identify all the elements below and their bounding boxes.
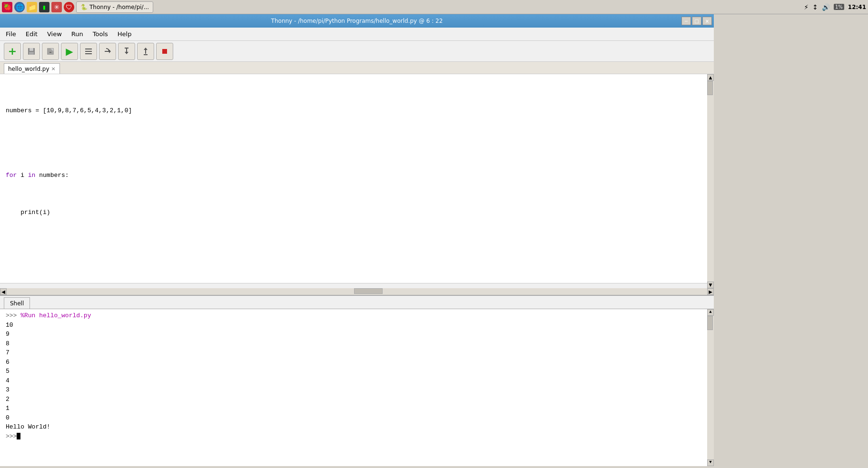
editor-wrapper: hello_world.py × numbers = [10,9,8,7,6,5…: [0, 62, 714, 295]
taskbar-right: ⚡ ↕ 🔊 1% 12:41: [804, 3, 866, 11]
file-tab[interactable]: hello_world.py ×: [4, 63, 60, 74]
network-icon[interactable]: ↕: [812, 3, 818, 11]
code-indent: [6, 209, 20, 216]
shell-input-line[interactable]: >>>: [6, 432, 704, 441]
run-button[interactable]: ▶: [61, 43, 78, 60]
editor-hscrollbar[interactable]: ◀ ▶: [0, 288, 714, 295]
shell-out-7: 7: [6, 348, 704, 358]
shell-out-4: 4: [6, 376, 704, 386]
shell-vscroll-track[interactable]: [707, 316, 714, 459]
tab-label: hello_world.py: [8, 66, 49, 72]
shell-tab-label: Shell: [10, 300, 24, 307]
shell-inner: Shell >>> %Run hello_world.py 10 9 8 7 6…: [0, 296, 714, 466]
close-button[interactable]: ×: [702, 17, 712, 25]
svg-rect-2: [29, 52, 34, 55]
window-controls: − □ ×: [681, 17, 712, 25]
keyword-in: in: [28, 172, 36, 179]
volume-icon[interactable]: 🔊: [822, 3, 830, 11]
shell-out-1: 1: [6, 404, 704, 413]
svg-marker-11: [125, 52, 128, 54]
editor-tab-bar: hello_world.py ×: [0, 62, 714, 74]
menu-bar: File Edit View Run Tools Help: [0, 28, 714, 41]
files-icon[interactable]: 📁: [27, 2, 37, 12]
content-area: hello_world.py × numbers = [10,9,8,7,6,5…: [0, 62, 714, 466]
shell-prompt-symbol-1: >>>: [6, 312, 20, 319]
vscroll-thumb[interactable]: [707, 81, 713, 95]
shell-run-command: %Run hello_world.py: [20, 312, 91, 319]
menu-tools[interactable]: Tools: [91, 29, 110, 39]
code-editor[interactable]: numbers = [10,9,8,7,6,5,4,3,2,1,0] for i…: [0, 74, 714, 283]
shell-prompt-symbol-2: >>>: [6, 432, 17, 441]
keyword-for: for: [6, 172, 17, 179]
editor-inner[interactable]: numbers = [10,9,8,7,6,5,4,3,2,1,0] for i…: [0, 74, 714, 288]
code-line-5: [6, 245, 704, 254]
hscroll-right-button[interactable]: ▶: [707, 288, 714, 295]
shell-out-8: 8: [6, 339, 704, 349]
editor-vscrollbar[interactable]: ▲ ▼: [707, 74, 714, 288]
shell-vscrollbar[interactable]: ▲ ▼: [707, 309, 714, 466]
window-taskbar-label: Thonny - /home/pi/...: [89, 4, 149, 10]
shell-wrapper: Shell >>> %Run hello_world.py 10 9 8 7 6…: [0, 295, 714, 466]
menu-edit[interactable]: Edit: [24, 29, 39, 39]
shell-vscroll-up-button[interactable]: ▲: [707, 309, 714, 316]
shell-out-2: 2: [6, 395, 704, 404]
debug-button[interactable]: [80, 43, 97, 60]
browser-icon[interactable]: 🌐: [14, 2, 25, 12]
taskbar: 🍓 🌐 📁 ▮ ✳ 🛡 🐍 Thonny - /home/pi/... ⚡ ↕ …: [0, 0, 868, 14]
svg-rect-1: [30, 48, 33, 51]
vscroll-up-button[interactable]: ▲: [707, 74, 714, 81]
maximize-button[interactable]: □: [692, 17, 701, 25]
raspberry-icon[interactable]: 🍓: [2, 2, 12, 12]
step-over-button[interactable]: [99, 43, 116, 60]
code-for-rest: i: [17, 172, 28, 179]
vscroll-track[interactable]: [707, 81, 714, 282]
title-bar: Thonny - /home/pi/Python Programs/hello_…: [0, 14, 714, 28]
code-line-1: numbers = [10,9,8,7,6,5,4,3,2,1,0]: [6, 106, 704, 116]
menu-help[interactable]: Help: [116, 29, 134, 39]
code-line-3: for i in numbers:: [6, 171, 704, 180]
save-as-button[interactable]: [42, 43, 59, 60]
thonny-icon: 🐍: [80, 4, 88, 10]
hscroll-left-button[interactable]: ◀: [0, 288, 7, 295]
svg-rect-7: [85, 51, 92, 52]
shell-out-9: 9: [6, 330, 704, 339]
window-taskbar-button[interactable]: 🐍 Thonny - /home/pi/...: [76, 1, 153, 13]
new-button[interactable]: +: [4, 43, 21, 60]
code-line-2: [6, 134, 704, 143]
hscroll-track[interactable]: [7, 288, 707, 295]
menu-run[interactable]: Run: [69, 29, 85, 39]
code-print-close: ): [80, 283, 84, 283]
shell-out-5: 5: [6, 367, 704, 376]
window-title: Thonny - /home/pi/Python Programs/hello_…: [271, 18, 443, 24]
tab-close-button[interactable]: ×: [51, 66, 56, 72]
menu-view[interactable]: View: [45, 29, 64, 39]
svg-marker-14: [144, 48, 148, 50]
shell-cursor: [17, 433, 20, 439]
toolbar: + ▶ ⏹: [0, 41, 714, 62]
menu-file[interactable]: File: [4, 29, 18, 39]
code-print-i: print(i): [20, 209, 50, 216]
svg-rect-8: [85, 53, 92, 54]
antivirus-icon[interactable]: 🛡: [64, 2, 74, 12]
shell-out-0: 0: [6, 413, 704, 423]
save-button[interactable]: [23, 43, 40, 60]
minimize-button[interactable]: −: [681, 17, 691, 25]
battery-indicator: 1%: [834, 4, 844, 10]
step-out-button[interactable]: [137, 43, 154, 60]
hscroll-thumb[interactable]: [354, 288, 383, 294]
step-into-button[interactable]: [118, 43, 135, 60]
bluetooth-icon[interactable]: ⚡: [804, 3, 809, 11]
vscroll-down-button[interactable]: ▼: [707, 282, 714, 288]
svg-rect-6: [85, 49, 92, 49]
stop-button[interactable]: ⏹: [156, 43, 173, 60]
shell-vscroll-thumb[interactable]: [707, 316, 713, 330]
shell-tab[interactable]: Shell: [4, 297, 30, 309]
shell-out-10: 10: [6, 321, 704, 330]
terminal-icon[interactable]: ▮: [39, 2, 49, 12]
shell-output[interactable]: >>> %Run hello_world.py 10 9 8 7 6 5 4 3…: [0, 309, 714, 466]
shell-tab-bar: Shell: [0, 296, 714, 309]
shell-vscroll-down-button[interactable]: ▼: [707, 459, 714, 466]
debug-icon[interactable]: ✳: [51, 2, 62, 12]
code-for-nums: numbers:: [35, 172, 69, 179]
shell-prompt-line: >>> %Run hello_world.py: [6, 311, 704, 321]
